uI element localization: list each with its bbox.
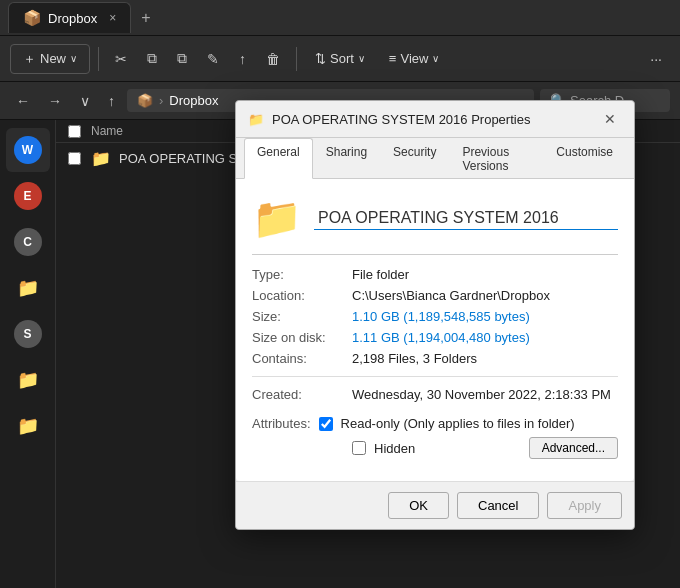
browser-tab[interactable]: 📦 Dropbox ×: [8, 2, 131, 33]
avatar-3: C: [14, 228, 42, 256]
cancel-button[interactable]: Cancel: [457, 492, 539, 519]
toolbar-separator-2: [296, 47, 297, 71]
avatar-5: S: [14, 320, 42, 348]
readonly-checkbox[interactable]: [319, 417, 333, 431]
sort-button[interactable]: ⇅ Sort ∨: [305, 46, 375, 71]
size-value: 1.10 GB (1,189,548,585 bytes): [352, 309, 618, 324]
forward-button[interactable]: →: [42, 90, 68, 112]
dialog-tabs: General Sharing Security Previous Versio…: [236, 138, 634, 179]
tab-sharing[interactable]: Sharing: [313, 138, 380, 179]
cancel-button-label: Cancel: [478, 498, 518, 513]
new-tab-button[interactable]: +: [131, 3, 160, 33]
avatar-1: W: [14, 136, 42, 164]
apply-button-label: Apply: [568, 498, 601, 513]
dialog-close-button[interactable]: ✕: [598, 109, 622, 129]
path-separator: ›: [159, 93, 163, 108]
advanced-button-label: Advanced...: [542, 441, 605, 455]
forward-icon: →: [48, 93, 62, 109]
ok-button[interactable]: OK: [388, 492, 449, 519]
toolbar: ＋ New ∨ ✂ ⧉ ⧉ ✎ ↑ 🗑 ⇅ Sort ∨ ≡ View ∨ ··…: [0, 36, 680, 82]
size-on-disk-value: 1.11 GB (1,194,004,480 bytes): [352, 330, 618, 345]
tab-previous-versions-label: Previous Versions: [462, 145, 509, 173]
sidebar-item-3[interactable]: C: [6, 220, 50, 264]
file-checkbox[interactable]: [68, 152, 81, 165]
back-button[interactable]: ←: [10, 90, 36, 112]
new-button-chevron-icon: ∨: [70, 53, 77, 64]
up-button[interactable]: ↑: [102, 90, 121, 112]
tab-label: Dropbox: [48, 11, 97, 26]
name-column-header: Name: [91, 124, 123, 138]
size-on-disk-label: Size on disk:: [252, 330, 352, 345]
share-icon: ↑: [239, 51, 246, 67]
view-label: View: [400, 51, 428, 66]
tab-general-label: General: [257, 145, 300, 159]
new-button[interactable]: ＋ New ∨: [10, 44, 90, 74]
more-options-button[interactable]: ···: [642, 46, 670, 72]
tab-previous-versions[interactable]: Previous Versions: [449, 138, 543, 179]
sidebar-item-1[interactable]: W: [6, 128, 50, 172]
tab-sharing-label: Sharing: [326, 145, 367, 159]
sidebar-item-6[interactable]: 📁: [6, 358, 50, 402]
rename-button[interactable]: ✎: [199, 46, 227, 72]
hidden-checkbox[interactable]: [352, 441, 366, 455]
delete-button[interactable]: 🗑: [258, 46, 288, 72]
info-grid: Type: File folder Location: C:\Users\Bia…: [252, 267, 618, 402]
hidden-label: Hidden: [374, 441, 415, 456]
sidebar-item-5[interactable]: S: [6, 312, 50, 356]
paste-icon: ⧉: [177, 50, 187, 66]
tab-close-button[interactable]: ×: [109, 11, 116, 25]
tab-favicon: 📦: [23, 9, 42, 27]
select-all-checkbox[interactable]: [68, 125, 81, 138]
attributes-section: Attributes: Read-only (Only applies to f…: [252, 416, 618, 459]
view-chevron-icon: ∨: [432, 53, 439, 64]
up-icon: ↑: [108, 93, 115, 109]
contains-label: Contains:: [252, 351, 352, 366]
created-value: Wednesday, 30 November 2022, 2:18:33 PM: [352, 387, 618, 402]
dialog-titlebar: 📁 POA OPERATING SYSTEM 2016 Properties ✕: [236, 101, 634, 138]
advanced-button[interactable]: Advanced...: [529, 437, 618, 459]
view-icon: ≡: [389, 51, 397, 66]
sidebar-item-7[interactable]: 📁: [6, 404, 50, 448]
ok-button-label: OK: [409, 498, 428, 513]
dialog-footer: OK Cancel Apply: [236, 481, 634, 529]
view-button[interactable]: ≡ View ∨: [379, 46, 450, 71]
tab-general[interactable]: General: [244, 138, 313, 179]
hidden-row: Hidden Advanced...: [252, 437, 618, 459]
paste-button[interactable]: ⧉: [169, 45, 195, 72]
delete-icon: 🗑: [266, 51, 280, 67]
share-button[interactable]: ↑: [231, 46, 254, 72]
dialog-title-text: POA OPERATING SYSTEM 2016 Properties: [272, 112, 530, 127]
attributes-row: Attributes: Read-only (Only applies to f…: [252, 416, 618, 431]
path-label: Dropbox: [169, 93, 218, 108]
attributes-label: Attributes:: [252, 416, 311, 431]
rename-icon: ✎: [207, 51, 219, 67]
big-folder-icon: 📁: [252, 195, 302, 242]
sidebar: W E C 📁 S 📁 📁: [0, 120, 56, 588]
folder-name-input[interactable]: [314, 207, 618, 230]
copy-button[interactable]: ⧉: [139, 45, 165, 72]
tab-customise[interactable]: Customise: [543, 138, 626, 179]
title-bar: 📦 Dropbox × +: [0, 0, 680, 36]
size-label: Size:: [252, 309, 352, 324]
location-label: Location:: [252, 288, 352, 303]
sidebar-item-4[interactable]: 📁: [6, 266, 50, 310]
more-options-icon: ···: [650, 51, 662, 67]
type-value: File folder: [352, 267, 618, 282]
created-label: Created:: [252, 387, 352, 402]
folder-icon-7: 📁: [17, 415, 39, 437]
properties-dialog[interactable]: 📁 POA OPERATING SYSTEM 2016 Properties ✕…: [235, 100, 635, 530]
contains-value: 2,198 Files, 3 Folders: [352, 351, 618, 366]
cut-button[interactable]: ✂: [107, 46, 135, 72]
type-label: Type:: [252, 267, 352, 282]
location-value: C:\Users\Bianca Gardner\Dropbox: [352, 288, 618, 303]
folder-icon-6: 📁: [17, 369, 39, 391]
readonly-label: Read-only (Only applies to files in fold…: [341, 416, 575, 431]
dialog-content: 📁 Type: File folder Location: C:\Users\B…: [236, 179, 634, 481]
tab-security-label: Security: [393, 145, 436, 159]
expand-nav-button[interactable]: ∨: [74, 90, 96, 112]
sidebar-item-2[interactable]: E: [6, 174, 50, 218]
apply-button[interactable]: Apply: [547, 492, 622, 519]
dialog-folder-icon: 📁: [248, 112, 264, 127]
copy-icon: ⧉: [147, 50, 157, 66]
tab-security[interactable]: Security: [380, 138, 449, 179]
